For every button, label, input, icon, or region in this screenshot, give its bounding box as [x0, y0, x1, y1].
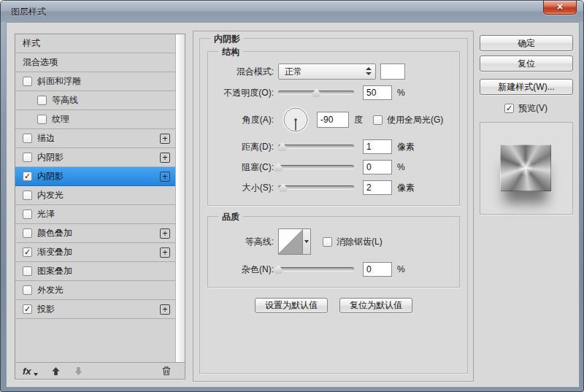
item-checkbox[interactable]: ✓ [23, 247, 32, 257]
item-checkbox[interactable] [23, 285, 32, 295]
item-checkbox[interactable] [37, 96, 47, 105]
size-slider[interactable] [278, 182, 354, 193]
plus-icon[interactable]: + [160, 172, 170, 182]
sidebar-item-label: 纹理 [52, 113, 69, 126]
sidebar-item-label: 投影 [37, 303, 55, 315]
slider-track[interactable] [278, 165, 354, 169]
noise-input[interactable] [363, 262, 392, 277]
layer-style-dialog: 图层样式 × 样式 + 混合选项 + 斜面和浮雕 + [0, 0, 584, 392]
reset-button[interactable]: 复位 [480, 55, 573, 72]
delete-style-icon[interactable] [161, 366, 172, 376]
set-default-button[interactable]: 设置为默认值 [255, 298, 328, 313]
distance-input[interactable] [363, 139, 392, 154]
sidebar-item-label: 外发光 [37, 284, 64, 296]
item-checkbox[interactable] [37, 115, 47, 124]
sidebar-item-inner-shadow-1[interactable]: 内阴影 + [15, 148, 185, 167]
fx-menu-button[interactable]: fx [23, 366, 38, 377]
sidebar-item-inner-shadow-2-selected[interactable]: ✓ 内阴影 + [15, 167, 185, 186]
structure-group: 结构 混合模式: 正常 不透明度(O): [207, 51, 460, 206]
item-checkbox[interactable] [23, 266, 32, 276]
item-checkbox[interactable] [23, 77, 32, 86]
item-checkbox[interactable]: ✓ [23, 304, 32, 314]
panel-title: 内阴影 [210, 33, 244, 45]
sidebar-item-styles[interactable]: 样式 + [15, 34, 185, 53]
blend-mode-select[interactable]: 正常 [278, 64, 376, 80]
move-down-icon[interactable] [74, 366, 83, 376]
sidebar-item-blending-options[interactable]: 混合选项 + [15, 53, 185, 72]
item-checkbox[interactable]: ✓ [23, 172, 32, 181]
caret-down-icon [34, 373, 38, 376]
dialog-title: 图层样式 [11, 6, 46, 18]
slider-track[interactable] [278, 267, 354, 271]
plus-icon[interactable]: + [160, 247, 170, 258]
choke-input[interactable] [363, 160, 392, 174]
noise-slider[interactable] [278, 264, 354, 274]
close-icon: × [557, 1, 563, 12]
new-style-button[interactable]: 新建样式(W)... [480, 79, 573, 95]
title-bar[interactable]: 图层样式 × [1, 1, 583, 22]
item-checkbox[interactable] [23, 153, 32, 162]
choke-label: 阻塞(C): [208, 161, 278, 174]
contour-picker[interactable] [278, 228, 311, 255]
sidebar-item-pattern-overlay[interactable]: 图案叠加 + [15, 262, 185, 281]
plus-icon[interactable]: + [160, 134, 170, 144]
slider-track[interactable] [278, 145, 354, 148]
sidebar-footer: fx [15, 362, 185, 379]
contour-dropdown-icon[interactable] [302, 228, 311, 255]
item-checkbox[interactable] [23, 134, 32, 143]
angle-input[interactable] [317, 112, 349, 128]
reset-default-button[interactable]: 复位为默认值 [339, 298, 412, 313]
antialias-checkbox[interactable] [323, 237, 332, 247]
sidebar-item-texture[interactable]: 纹理 + [15, 110, 185, 129]
sidebar-item-inner-glow[interactable]: 内发光 + [15, 186, 185, 205]
sidebar-item-bevel-emboss[interactable]: 斜面和浮雕 + [15, 72, 185, 91]
sidebar-item-stroke[interactable]: 描边 + [15, 129, 185, 148]
item-checkbox[interactable] [23, 210, 32, 219]
opacity-input[interactable] [363, 85, 392, 100]
shadow-color-swatch[interactable] [380, 64, 405, 80]
quality-group: 品质 等高线: 消除锯齿(L) 杂色(N): [207, 216, 460, 288]
structure-legend: 结构 [218, 46, 243, 58]
sidebar-item-label: 样式 [23, 37, 40, 50]
size-input[interactable] [363, 180, 392, 195]
sidebar-item-label: 斜面和浮雕 [37, 75, 81, 88]
slider-thumb[interactable] [312, 88, 321, 97]
distance-slider[interactable] [278, 142, 354, 152]
action-column: 确定 复位 新建样式(W)... ✓ 预览(V) [480, 35, 575, 215]
angle-row: 角度(A): 度 使用全局光(G) [208, 106, 455, 134]
plus-icon[interactable]: + [160, 228, 170, 239]
sidebar-item-drop-shadow[interactable]: ✓ 投影 + [15, 300, 185, 319]
styles-sidebar: 样式 + 混合选项 + 斜面和浮雕 + 等高线 + [15, 34, 185, 380]
item-checkbox[interactable] [23, 228, 32, 238]
preview-checkbox[interactable]: ✓ [504, 104, 514, 113]
slider-track[interactable] [278, 185, 354, 189]
plus-icon[interactable]: + [160, 304, 170, 315]
sidebar-item-label: 内阴影 [37, 151, 64, 164]
sidebar-item-gradient-overlay[interactable]: ✓ 渐变叠加 + [15, 243, 185, 262]
close-button[interactable]: × [543, 1, 577, 15]
sidebar-item-contour[interactable]: 等高线 + [15, 91, 185, 110]
ok-button[interactable]: 确定 [480, 35, 573, 51]
contour-thumbnail[interactable] [278, 228, 302, 255]
opacity-slider[interactable] [278, 88, 354, 98]
choke-slider[interactable] [278, 162, 354, 172]
blend-mode-value: 正常 [285, 66, 302, 78]
sidebar-item-label: 混合选项 [23, 56, 58, 69]
angle-dial[interactable] [282, 106, 310, 134]
sidebar-item-color-overlay[interactable]: 颜色叠加 + [15, 224, 185, 243]
sidebar-scrollbar[interactable] [175, 34, 185, 363]
global-light-checkbox[interactable] [373, 115, 383, 125]
slider-thumb[interactable] [278, 183, 288, 192]
fx-label: fx [23, 366, 31, 377]
item-checkbox[interactable] [23, 191, 32, 200]
sidebar-item-satin[interactable]: 光泽 + [15, 205, 185, 224]
updown-spinner-icon [366, 67, 372, 75]
sidebar-item-outer-glow[interactable]: 外发光 + [15, 281, 185, 300]
inner-shadow-group: 内阴影 结构 混合模式: 正常 不透明度(O): [199, 38, 468, 374]
move-up-icon[interactable] [51, 366, 61, 376]
sidebar-item-label: 等高线 [52, 94, 78, 107]
plus-icon[interactable]: + [160, 153, 170, 163]
style-preview-thumbnail [500, 145, 551, 191]
slider-thumb[interactable] [277, 142, 287, 151]
antialias-label: 消除锯齿(L) [337, 236, 383, 248]
